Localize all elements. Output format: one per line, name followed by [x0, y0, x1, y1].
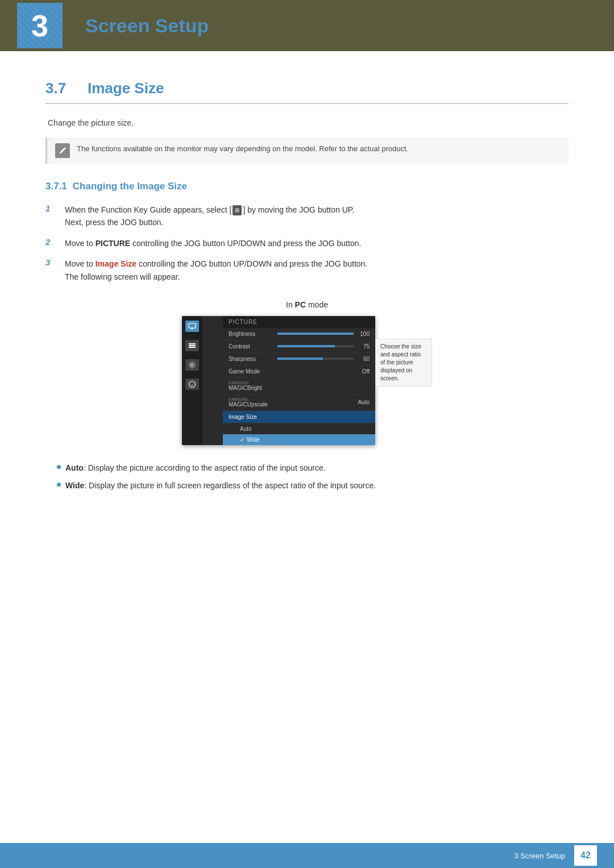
subsection-number: 3.7.1 [45, 181, 67, 192]
section-number: 3.7 [45, 80, 80, 97]
osd-bar-sharpness [277, 358, 354, 360]
step-3: 3 Move to Image Size controlling the JOG… [45, 258, 569, 283]
brightness-icon [188, 342, 196, 349]
osd-bar-fill-contrast [277, 345, 335, 347]
step-1: 1 When the Function Key Guide appears, s… [45, 203, 569, 229]
subsection-heading: 3.7.1 Changing the Image Size [45, 181, 569, 192]
osd-suboption-wide: ✓ Wide [223, 434, 375, 445]
osd-row-sharpness: Sharpness 60 [223, 353, 375, 366]
step-number-1: 1 [45, 203, 56, 213]
settings-icon [188, 361, 196, 369]
osd-bar-fill-sharpness [277, 358, 323, 360]
function-key-icon: ⊞ [233, 205, 242, 215]
chapter-title: Screen Setup [85, 15, 209, 37]
note-text: The functions available on the monitor m… [77, 143, 408, 155]
osd-icon-settings [185, 359, 199, 371]
osd-panel: i PICTURE Brightness 100 [182, 316, 375, 445]
osd-row-brightness: Brightness 100 [223, 328, 375, 340]
osd-bar-fill-brightness [277, 333, 354, 335]
osd-main: PICTURE Brightness 100 Contrast [223, 316, 375, 445]
step-2: 2 Move to PICTURE controlling the JOG bu… [45, 237, 569, 250]
osd-label-contrast: Contrast [229, 343, 274, 350]
osd-label-gamemode: Game Mode [229, 368, 274, 375]
bullet-dot-auto [57, 465, 61, 469]
svg-rect-2 [189, 343, 196, 344]
intro-text: Change the picture size. [48, 118, 569, 127]
section-title: Image Size [88, 80, 164, 97]
step3-highlight: Image Size [96, 259, 136, 268]
bullet-wide-bold: Wide [65, 481, 84, 490]
osd-bar-brightness [277, 333, 354, 335]
osd-header: PICTURE [223, 316, 375, 328]
mode-label-text: In PC mode [286, 300, 328, 309]
subsection-title: Changing the Image Size [73, 181, 187, 192]
samsung-label-2: SAMSUNG [229, 397, 274, 401]
osd-bar-contrast [277, 345, 354, 347]
osd-label-magicbright: SAMSUNG MAGICBright [229, 381, 274, 391]
osd-value-sharpness: 60 [357, 356, 370, 362]
footer-page-number: 42 [574, 845, 597, 866]
steps-list: 1 When the Function Key Guide appears, s… [45, 203, 569, 283]
note-icon [55, 143, 70, 158]
osd-value-magicupscale: Auto [357, 399, 370, 405]
bullet-list: Auto: Display the picture according to t… [57, 462, 569, 492]
osd-value-gamemode: Off [357, 368, 370, 375]
osd-label-brightness: Brightness [229, 331, 274, 337]
step2-bold: PICTURE [96, 239, 130, 248]
osd-label-magicupscale: SAMSUNG MAGICUpscale [229, 397, 274, 408]
osd-row-imagesize: Image Size [223, 411, 375, 423]
bullet-wide: Wide: Display the picture in full screen… [57, 480, 569, 492]
mode-bold: PC [295, 300, 306, 309]
svg-rect-0 [189, 323, 196, 328]
osd-icon-brightness [185, 340, 199, 351]
osd-row-magicbright: SAMSUNG MAGICBright [223, 378, 375, 394]
info-icon: i [188, 380, 196, 388]
step-content-3: Move to Image Size controlling the JOG b… [65, 258, 367, 283]
osd-icon-info: i [185, 379, 199, 390]
osd-value-contrast: 75 [357, 343, 370, 350]
svg-rect-1 [191, 328, 193, 329]
osd-label-sharpness: Sharpness [229, 356, 274, 362]
osd-value-brightness: 100 [357, 331, 370, 337]
screenshot-container: i PICTURE Brightness 100 [45, 316, 569, 445]
svg-rect-4 [189, 347, 196, 348]
chapter-number: 3 [31, 8, 48, 43]
svg-point-5 [191, 364, 193, 366]
osd-icon-screen [185, 321, 199, 332]
osd-suboption-auto: Auto [223, 423, 375, 434]
step-number-2: 2 [45, 237, 56, 247]
note-box: The functions available on the monitor m… [45, 138, 569, 164]
bullet-auto-bold: Auto [65, 463, 84, 472]
osd-label-imagesize: Image Size [229, 414, 274, 420]
header-banner: 3 Screen Setup [0, 0, 614, 51]
chapter-number-box: 3 [17, 3, 63, 48]
screen-icon [188, 323, 196, 330]
mode-label: In PC mode [45, 300, 569, 309]
osd-row-gamemode: Game Mode Off [223, 366, 375, 378]
svg-text:i: i [192, 383, 193, 388]
osd-tooltip: Choose the size and aspect ratio of the … [375, 339, 432, 387]
osd-flex: i PICTURE Brightness 100 [182, 316, 375, 445]
bullet-dot-wide [57, 483, 61, 487]
svg-rect-3 [189, 345, 196, 346]
footer-section-label: 3 Screen Setup [514, 852, 565, 860]
footer: 3 Screen Setup 42 [0, 843, 614, 868]
section-heading: 3.7 Image Size [45, 80, 569, 104]
bullet-auto-text: Auto: Display the picture according to t… [65, 462, 326, 474]
osd-left-icons: i [182, 316, 202, 445]
step-content-2: Move to PICTURE controlling the JOG butt… [65, 237, 361, 250]
bullet-auto: Auto: Display the picture according to t… [57, 462, 569, 474]
osd-row-contrast: Contrast 75 [223, 340, 375, 353]
pencil-icon [58, 146, 67, 155]
screenshot-wrapper: i PICTURE Brightness 100 [182, 316, 432, 445]
tooltip-text: Choose the size and aspect ratio of the … [380, 343, 421, 381]
main-content: 3.7 Image Size Change the picture size. … [0, 51, 614, 543]
step-number-3: 3 [45, 258, 56, 267]
checkmark-icon: ✓ [240, 437, 244, 443]
samsung-label-1: SAMSUNG [229, 381, 274, 385]
step-content-1: When the Function Key Guide appears, sel… [65, 203, 354, 229]
bullet-wide-text: Wide: Display the picture in full screen… [65, 480, 376, 492]
osd-row-magicupscale: SAMSUNG MAGICUpscale Auto [223, 394, 375, 411]
